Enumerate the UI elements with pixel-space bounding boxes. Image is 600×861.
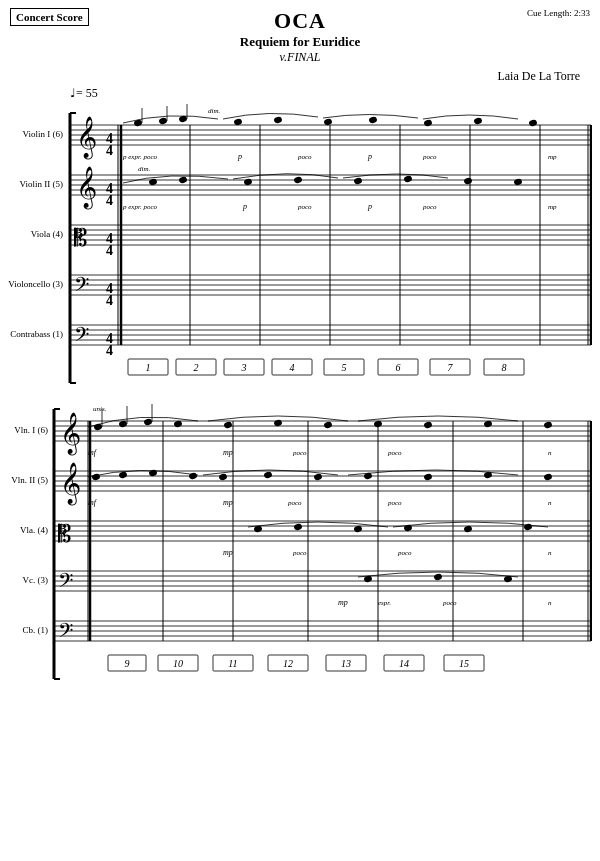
svg-text:𝄢: 𝄢 [74, 324, 89, 350]
composer-name: Laia De La Torre [0, 69, 600, 84]
svg-text:Vla. (4): Vla. (4) [20, 525, 48, 535]
svg-text:𝄞: 𝄞 [60, 462, 81, 506]
svg-text:𝄞: 𝄞 [76, 116, 97, 160]
svg-text:poco: poco [287, 499, 302, 507]
svg-point-155 [543, 473, 552, 481]
svg-point-21 [528, 119, 537, 127]
svg-text:mp: mp [223, 498, 233, 507]
svg-text:p expr.   poco: p expr. poco [122, 153, 158, 161]
svg-point-18 [368, 116, 377, 124]
svg-text:poco: poco [297, 203, 312, 211]
svg-text:13: 13 [341, 658, 351, 669]
svg-point-153 [423, 473, 432, 481]
svg-text:𝄢: 𝄢 [58, 570, 73, 596]
svg-point-149 [218, 473, 227, 481]
svg-point-45 [403, 175, 412, 183]
svg-text:n: n [548, 549, 552, 557]
svg-text:Cb. (1): Cb. (1) [23, 625, 49, 635]
svg-text:3: 3 [241, 362, 247, 373]
svg-point-150 [263, 471, 272, 479]
svg-text:poco: poco [292, 449, 307, 457]
svg-point-43 [293, 176, 302, 184]
svg-point-151 [313, 473, 322, 481]
svg-text:p: p [367, 202, 372, 211]
svg-text:B: B [74, 226, 83, 241]
svg-text:p: p [367, 152, 372, 161]
svg-text:espr.: espr. [378, 599, 391, 607]
svg-text:mp: mp [548, 203, 557, 211]
svg-text:1: 1 [146, 362, 151, 373]
svg-point-19 [423, 119, 432, 127]
svg-text:Vln. I (6): Vln. I (6) [14, 425, 48, 435]
svg-text:poco: poco [387, 499, 402, 507]
svg-text:6: 6 [396, 362, 401, 373]
score-title: OCA [0, 8, 600, 34]
svg-text:2: 2 [194, 362, 199, 373]
svg-text:mp: mp [223, 448, 233, 457]
svg-point-44 [353, 177, 362, 185]
svg-point-185 [433, 573, 442, 581]
svg-point-124 [223, 421, 232, 429]
svg-text:15: 15 [459, 658, 469, 669]
svg-text:10: 10 [173, 658, 183, 669]
score-subtitle: Requiem for Euridice [0, 34, 600, 50]
svg-text:dim.: dim. [208, 107, 221, 115]
svg-text:unis.: unis. [93, 405, 107, 413]
svg-point-128 [423, 421, 432, 429]
svg-text:𝄞: 𝄞 [60, 412, 81, 456]
score-header: Concert Score Cue Length: 2:33 OCA Requi… [0, 0, 600, 65]
svg-text:n: n [548, 499, 552, 507]
svg-point-13 [158, 117, 167, 125]
svg-text:𝄢: 𝄢 [74, 274, 89, 300]
svg-text:n: n [548, 599, 552, 607]
system-1-staff: 𝄞 4 4 dim. p expr. poco p [8, 103, 592, 393]
svg-text:Contrabass (1): Contrabass (1) [10, 329, 63, 339]
svg-text:poco: poco [292, 549, 307, 557]
svg-point-46 [463, 177, 472, 185]
svg-point-20 [473, 117, 482, 125]
svg-point-146 [118, 471, 127, 479]
svg-point-122 [143, 418, 152, 426]
svg-text:poco: poco [297, 153, 312, 161]
svg-text:5: 5 [342, 362, 347, 373]
svg-text:𝄞: 𝄞 [76, 166, 97, 210]
svg-text:Vln. II (5): Vln. II (5) [11, 475, 48, 485]
score-version: v.FINAL [0, 50, 600, 65]
svg-text:Viola (4): Viola (4) [31, 229, 63, 239]
svg-text:𝄢: 𝄢 [58, 620, 73, 646]
svg-point-169 [293, 523, 302, 531]
svg-text:poco: poco [442, 599, 457, 607]
svg-point-120 [93, 423, 102, 431]
svg-text:n: n [548, 449, 552, 457]
concert-score-label: Concert Score [10, 8, 89, 26]
svg-text:Violin II (5): Violin II (5) [20, 179, 63, 189]
system-2-staff: 𝄞 unis. mf mp poco poco n 𝄞 [8, 399, 592, 709]
svg-text:p expr.   poco: p expr. poco [122, 203, 158, 211]
svg-text:9: 9 [125, 658, 130, 669]
svg-text:11: 11 [228, 658, 237, 669]
svg-point-126 [323, 421, 332, 429]
svg-text:poco: poco [387, 449, 402, 457]
svg-point-16 [273, 116, 282, 124]
svg-text:p: p [237, 152, 242, 161]
svg-text:p: p [242, 202, 247, 211]
svg-point-148 [188, 472, 197, 480]
svg-point-41 [178, 176, 187, 184]
cue-length: Cue Length: 2:33 [527, 8, 590, 18]
svg-text:8: 8 [502, 362, 507, 373]
tempo-marking: ♩= 55 [0, 86, 600, 101]
svg-text:dim.: dim. [138, 165, 151, 173]
svg-text:Vc. (3): Vc. (3) [23, 575, 49, 585]
svg-text:4: 4 [290, 362, 295, 373]
svg-text:poco: poco [397, 549, 412, 557]
svg-text:poco: poco [422, 203, 437, 211]
svg-text:Violin I (6): Violin I (6) [23, 129, 63, 139]
svg-text:Violoncello (3): Violoncello (3) [8, 279, 63, 289]
svg-text:poco: poco [422, 153, 437, 161]
svg-text:mp: mp [338, 598, 348, 607]
svg-text:B: B [58, 522, 67, 537]
svg-point-130 [543, 421, 552, 429]
svg-text:12: 12 [283, 658, 293, 669]
svg-text:7: 7 [448, 362, 454, 373]
svg-text:mp: mp [548, 153, 557, 161]
